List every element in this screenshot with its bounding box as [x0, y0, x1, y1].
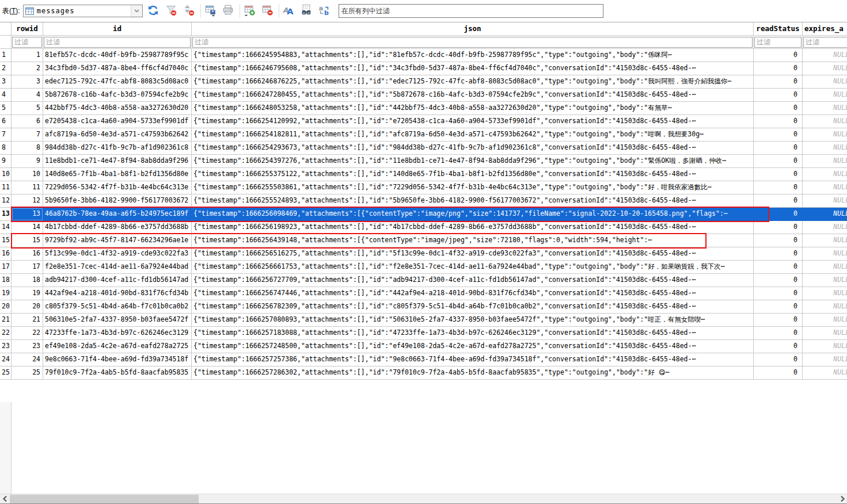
cell-expires[interactable]: NULL	[803, 340, 847, 353]
delete-row-button[interactable]	[260, 3, 275, 18]
cell-expires[interactable]: NULL	[803, 327, 847, 340]
add-row-button[interactable]	[242, 3, 257, 18]
cell-rowid[interactable]: 25	[12, 366, 43, 380]
cell-rowid[interactable]: 9	[12, 155, 43, 168]
cell-expires[interactable]: NULL	[803, 366, 847, 380]
cell-id[interactable]: 11e8bdb1-ce71-4e47-8f94-8ab8dda9f296	[43, 155, 192, 168]
cell-readStatus[interactable]: 0	[754, 75, 803, 89]
print-button[interactable]	[221, 3, 236, 18]
cell-json[interactable]: {"timestamp":1666256198923,"attachments"…	[192, 221, 754, 234]
cell-id[interactable]: 442af9e4-a218-401d-90bd-831f76cfd34b	[43, 287, 192, 300]
cell-expires[interactable]: NULL	[803, 49, 847, 62]
cell-rowid[interactable]: 6	[12, 115, 43, 128]
cell-json[interactable]: {"timestamp":1666256782309,"attachments"…	[192, 300, 754, 314]
cell-rowid[interactable]: 4	[12, 89, 43, 102]
cell-json[interactable]: {"timestamp":1666257080893,"attachments"…	[192, 314, 754, 327]
cell-json[interactable]: {"timestamp":1666255375122,"attachments"…	[192, 168, 754, 181]
cell-id[interactable]: 5b9650fe-3bb6-4182-9900-f56177003672	[43, 194, 192, 208]
cell-id[interactable]: f2e8e351-7cec-414d-ae11-6a7924e44bad	[43, 261, 192, 274]
cell-rowid[interactable]: 5	[12, 102, 43, 115]
cell-json[interactable]: {"timestamp":1666256661753,"attachments"…	[192, 261, 754, 274]
cell-readStatus[interactable]: 0	[754, 142, 803, 155]
cell-id[interactable]: 34c3fbd0-5d37-487a-8be4-ff6cf4d7040c	[43, 62, 192, 75]
cell-readStatus[interactable]: 0	[754, 128, 803, 142]
refresh-button[interactable]	[146, 3, 161, 18]
cell-readStatus[interactable]: 0	[754, 366, 803, 380]
column-header-expires[interactable]: expires_a	[803, 22, 847, 36]
cell-expires[interactable]: NULL	[803, 314, 847, 327]
cell-json[interactable]: {"timestamp":1666257286302,"attachments"…	[192, 366, 754, 380]
cell-expires[interactable]: NULL	[803, 234, 847, 247]
clear-sort-button[interactable]	[182, 3, 196, 18]
cell-rowid[interactable]: 1	[12, 49, 43, 62]
cell-readStatus[interactable]: 0	[754, 181, 803, 194]
cell-rowid[interactable]: 13	[12, 208, 43, 221]
row-number[interactable]: 9	[0, 155, 12, 168]
filter-input-expires[interactable]	[803, 37, 847, 48]
row-number[interactable]: 4	[0, 89, 12, 102]
cell-json[interactable]: {"timestamp":1666257248500,"attachments"…	[192, 340, 754, 353]
row-number[interactable]: 25	[0, 366, 12, 380]
cell-readStatus[interactable]: 0	[754, 221, 803, 234]
filter-input-readStatus[interactable]	[754, 37, 802, 48]
cell-id[interactable]: 9e8c0663-71f4-4bee-a69d-fd39a734518f	[43, 353, 192, 366]
cell-rowid[interactable]: 10	[12, 168, 43, 181]
cell-expires[interactable]: NULL	[803, 274, 847, 287]
row-number[interactable]: 11	[0, 181, 12, 194]
filter-all-columns-input[interactable]	[339, 4, 603, 18]
cell-rowid[interactable]: 20	[12, 300, 43, 314]
cell-expires[interactable]: NULL	[803, 62, 847, 75]
cell-readStatus[interactable]: 0	[754, 62, 803, 75]
cell-id[interactable]: 442bbf75-4dc3-40b8-a558-aa3272630d20	[43, 102, 192, 115]
cell-readStatus[interactable]: 0	[754, 287, 803, 300]
replace-button[interactable]: ab	[317, 3, 332, 18]
cell-json[interactable]: {"timestamp":1666248053258,"attachments"…	[192, 102, 754, 115]
cell-readStatus[interactable]: 0	[754, 102, 803, 115]
row-number[interactable]: 20	[0, 300, 12, 314]
column-header-id[interactable]: id	[43, 22, 192, 36]
cell-json[interactable]: {"timestamp":1666255524893,"attachments"…	[192, 194, 754, 208]
cell-expires[interactable]: NULL	[803, 261, 847, 274]
cell-expires[interactable]: NULL	[803, 353, 847, 366]
cell-json[interactable]: {"timestamp":1666246876225,"attachments"…	[192, 75, 754, 89]
cell-json[interactable]: {"timestamp":1666254293673,"attachments"…	[192, 142, 754, 155]
scrollbar-thumb[interactable]	[10, 495, 199, 503]
row-number[interactable]: 19	[0, 287, 12, 300]
cell-expires[interactable]: NULL	[803, 128, 847, 142]
cell-json[interactable]: {"timestamp":1666256747446,"attachments"…	[192, 287, 754, 300]
row-number[interactable]: 7	[0, 128, 12, 142]
cell-expires[interactable]: NULL	[803, 115, 847, 128]
row-number[interactable]: 17	[0, 261, 12, 274]
filter-input-id[interactable]	[44, 37, 191, 48]
combo-dropdown-icon[interactable]	[131, 5, 142, 17]
cell-rowid[interactable]: 7	[12, 128, 43, 142]
cell-json[interactable]: {"timestamp":1666256727709,"attachments"…	[192, 274, 754, 287]
cell-json[interactable]: {"timestamp":1666254120992,"attachments"…	[192, 115, 754, 128]
cell-id[interactable]: 7229d056-5342-4f7f-b31b-4e4bc64c313e	[43, 181, 192, 194]
column-header-json[interactable]: json	[192, 22, 754, 36]
export-grid-button[interactable]	[203, 3, 218, 18]
cell-expires[interactable]: NULL	[803, 208, 847, 221]
cell-id[interactable]: ef49e108-2da5-4c2e-a67d-eafd278a2725	[43, 340, 192, 353]
cell-id[interactable]: 4b17cbbd-ddef-4289-8b66-e3757dd3688b	[43, 221, 192, 234]
cell-expires[interactable]: NULL	[803, 102, 847, 115]
cell-readStatus[interactable]: 0	[754, 353, 803, 366]
cell-rowid[interactable]: 12	[12, 194, 43, 208]
cell-readStatus[interactable]: 0	[754, 300, 803, 314]
cell-id[interactable]: 506310e5-2fa7-4337-8950-b03faee5472f	[43, 314, 192, 327]
cell-readStatus[interactable]: 0	[754, 168, 803, 181]
cell-json[interactable]: {"timestamp":1666257183088,"attachments"…	[192, 327, 754, 340]
cell-rowid[interactable]: 21	[12, 314, 43, 327]
cell-readStatus[interactable]: 0	[754, 234, 803, 247]
cell-rowid[interactable]: 8	[12, 142, 43, 155]
row-number[interactable]: 22	[0, 327, 12, 340]
cell-expires[interactable]: NULL	[803, 142, 847, 155]
cell-json[interactable]: {"timestamp":1666254182811,"attachments"…	[192, 128, 754, 142]
cell-json[interactable]: {"timestamp":1666256098469,"attachments"…	[192, 208, 754, 221]
cell-rowid[interactable]: 11	[12, 181, 43, 194]
cell-readStatus[interactable]: 0	[754, 194, 803, 208]
cell-expires[interactable]: NULL	[803, 194, 847, 208]
cell-rowid[interactable]: 3	[12, 75, 43, 89]
cell-json[interactable]: {"timestamp":1666245954883,"attachments"…	[192, 49, 754, 62]
cell-readStatus[interactable]: 0	[754, 247, 803, 261]
